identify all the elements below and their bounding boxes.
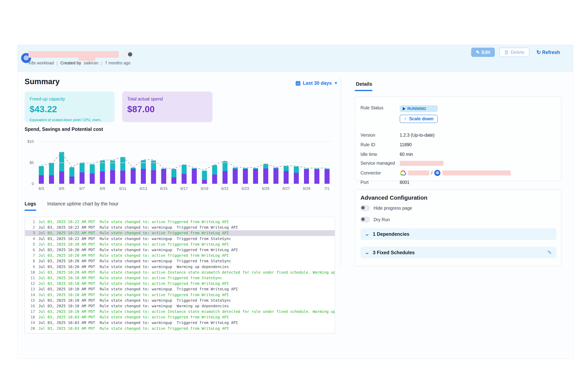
stacked-bar[interactable] bbox=[59, 152, 64, 184]
log-row[interactable]: 17Jul 03, 2025 10:10 AM PDT Rule state c… bbox=[25, 309, 335, 314]
log-row[interactable]: 15Jul 03, 2025 10:10 AM PDT Rule state c… bbox=[25, 298, 335, 303]
log-row[interactable]: 3Jul 03, 2025 10:22 AM PDT Rule state ch… bbox=[25, 230, 335, 236]
stacked-bar[interactable] bbox=[90, 164, 95, 184]
spend-segment bbox=[182, 174, 186, 184]
refresh-icon: ↻ bbox=[536, 49, 541, 56]
refresh-button[interactable]: ↻ Refresh bbox=[534, 49, 562, 56]
spend-segment bbox=[243, 169, 248, 184]
scale-down-button[interactable]: ⚡︎ Scale down bbox=[400, 115, 438, 123]
section-divider bbox=[341, 77, 341, 266]
dry-run-toggle[interactable] bbox=[360, 217, 370, 222]
stacked-bar[interactable] bbox=[263, 164, 268, 184]
log-row[interactable]: 4Jul 03, 2025 10:22 AM PDT Rule state ch… bbox=[25, 236, 335, 242]
log-row[interactable]: 9Jul 03, 2025 10:20 AM PDT Rule state ch… bbox=[25, 264, 335, 270]
log-row[interactable]: 5Jul 03, 2025 10:20 AM PDT Rule state ch… bbox=[25, 242, 335, 247]
spend-segment bbox=[69, 176, 74, 184]
edit-schedules-pencil-icon[interactable]: ✎ bbox=[548, 250, 552, 256]
workload-title-redacted bbox=[28, 51, 119, 58]
stacked-bar[interactable] bbox=[304, 168, 309, 184]
version-label: Version bbox=[360, 132, 400, 138]
stacked-bar[interactable] bbox=[253, 168, 258, 184]
stacked-bar[interactable] bbox=[69, 167, 74, 184]
refresh-label: Refresh bbox=[542, 50, 560, 55]
stacked-bar[interactable] bbox=[284, 166, 288, 184]
chevron-down-icon: ⌄ bbox=[364, 231, 370, 237]
stacked-bar[interactable] bbox=[80, 162, 84, 184]
savings-segment bbox=[80, 162, 84, 172]
log-row[interactable]: 18Jul 03, 2025 10:03 AM PDT Rule state c… bbox=[25, 314, 335, 320]
title-status-toggle[interactable] bbox=[123, 52, 133, 58]
bar-column-6/20 bbox=[210, 137, 220, 184]
tab-details[interactable]: Details bbox=[356, 81, 372, 87]
spend-segment bbox=[192, 169, 197, 184]
stacked-bar[interactable] bbox=[110, 160, 115, 184]
log-row[interactable]: 8Jul 03, 2025 10:20 AM PDT Rule state ch… bbox=[25, 258, 335, 264]
stacked-bar[interactable] bbox=[182, 165, 186, 184]
stacked-bar[interactable] bbox=[202, 171, 207, 184]
bar-column-6/22 bbox=[230, 137, 240, 184]
log-row[interactable]: 20Jul 03, 2025 10:03 AM PDT Rule state c… bbox=[25, 326, 335, 331]
tab-instance-uptime[interactable]: Instance uptime chart by the hour bbox=[47, 201, 118, 211]
chevron-down-icon: ▼ bbox=[334, 81, 338, 85]
stacked-bar[interactable] bbox=[49, 162, 54, 184]
log-row[interactable]: 2Jul 03, 2025 10:22 AM PDT Rule state ch… bbox=[25, 225, 335, 230]
stacked-bar[interactable] bbox=[39, 166, 44, 184]
log-line-number: 19 bbox=[25, 320, 35, 325]
x-axis-tick bbox=[210, 186, 220, 191]
advanced-configuration-card: Advanced Configuration Hide progress pag… bbox=[355, 190, 562, 266]
log-row[interactable]: 11Jul 03, 2025 10:10 AM PDT Rule state c… bbox=[25, 275, 335, 281]
log-row[interactable]: 13Jul 03, 2025 10:10 AM PDT Rule state c… bbox=[25, 286, 335, 292]
stacked-bar[interactable] bbox=[233, 168, 238, 184]
stacked-bar[interactable] bbox=[294, 166, 299, 184]
chart-bars bbox=[36, 137, 332, 184]
chart-x-axis-labels: 6/36/56/76/96/116/136/156/176/196/216/23… bbox=[36, 186, 332, 191]
stacked-bar[interactable] bbox=[161, 168, 166, 184]
log-row[interactable]: 10Jul 03, 2025 10:20 AM PDT Rule state c… bbox=[25, 270, 335, 275]
spend-segment bbox=[294, 173, 299, 184]
page: ☸ K8s workload | Created by saikiran | 7… bbox=[0, 0, 588, 392]
stacked-bar[interactable] bbox=[141, 160, 146, 184]
stacked-bar[interactable] bbox=[314, 168, 319, 184]
log-message: Jul 03, 2025 10:03 AM PDT Rule state cha… bbox=[38, 315, 229, 319]
fixed-schedules-accordion[interactable]: ⌄ 3 Fixed Schedules ✎ bbox=[360, 247, 556, 258]
log-line-number: 10 bbox=[25, 270, 35, 274]
edit-button[interactable]: ✎ Edit bbox=[471, 48, 495, 57]
log-row[interactable]: 19Jul 03, 2025 10:03 AM PDT Rule state c… bbox=[25, 320, 335, 326]
tab-logs[interactable]: Logs bbox=[24, 201, 36, 211]
x-axis-tick bbox=[189, 186, 200, 191]
created-by-user[interactable]: saikiran bbox=[84, 60, 98, 66]
stacked-bar[interactable] bbox=[243, 168, 248, 184]
hide-progress-toggle[interactable] bbox=[360, 205, 370, 211]
tab-details-underline bbox=[355, 90, 372, 91]
log-row[interactable]: 1Jul 03, 2025 10:22 AM PDT Rule state ch… bbox=[25, 219, 335, 225]
savings-segment bbox=[212, 165, 217, 174]
spend-segment bbox=[253, 169, 258, 184]
log-row[interactable]: 7Jul 03, 2025 10:20 AM PDT Rule state ch… bbox=[25, 253, 335, 258]
log-panel[interactable]: 1Jul 03, 2025 10:22 AM PDT Rule state ch… bbox=[24, 217, 335, 334]
stacked-bar[interactable] bbox=[151, 160, 156, 184]
savings-segment bbox=[284, 166, 288, 171]
stacked-bar[interactable] bbox=[192, 168, 197, 184]
stacked-bar[interactable] bbox=[131, 168, 136, 184]
stacked-bar[interactable] bbox=[324, 168, 330, 184]
stacked-bar[interactable] bbox=[172, 169, 176, 184]
dependencies-accordion[interactable]: ⌄ 1 Dependencies bbox=[360, 228, 556, 240]
spend-segment bbox=[90, 174, 95, 184]
stacked-bar[interactable] bbox=[274, 168, 278, 184]
x-axis-tick: 6/13 bbox=[138, 186, 148, 191]
delete-button[interactable]: Delete bbox=[500, 48, 530, 57]
log-message: Jul 03, 2025 10:20 AM PDT Rule state cha… bbox=[38, 248, 238, 252]
divider: | bbox=[56, 60, 58, 66]
gridline-10 bbox=[36, 142, 332, 142]
log-row[interactable]: 12Jul 03, 2025 10:10 AM PDT Rule state c… bbox=[25, 281, 335, 286]
bar-column-6/4 bbox=[46, 137, 56, 184]
stacked-bar[interactable] bbox=[100, 160, 105, 184]
stacked-bar[interactable] bbox=[120, 157, 125, 184]
stacked-bar[interactable] bbox=[212, 165, 217, 184]
log-row[interactable]: 6Jul 03, 2025 10:20 AM PDT Rule state ch… bbox=[25, 247, 335, 253]
date-range-picker[interactable]: Last 30 days ▼ bbox=[296, 80, 338, 86]
stacked-bar[interactable] bbox=[222, 161, 228, 184]
log-row[interactable]: 16Jul 03, 2025 10:10 AM PDT Rule state c… bbox=[25, 303, 335, 309]
bar-column-6/23 bbox=[240, 137, 250, 184]
log-row[interactable]: 14Jul 03, 2025 10:10 AM PDT Rule state c… bbox=[25, 292, 335, 298]
